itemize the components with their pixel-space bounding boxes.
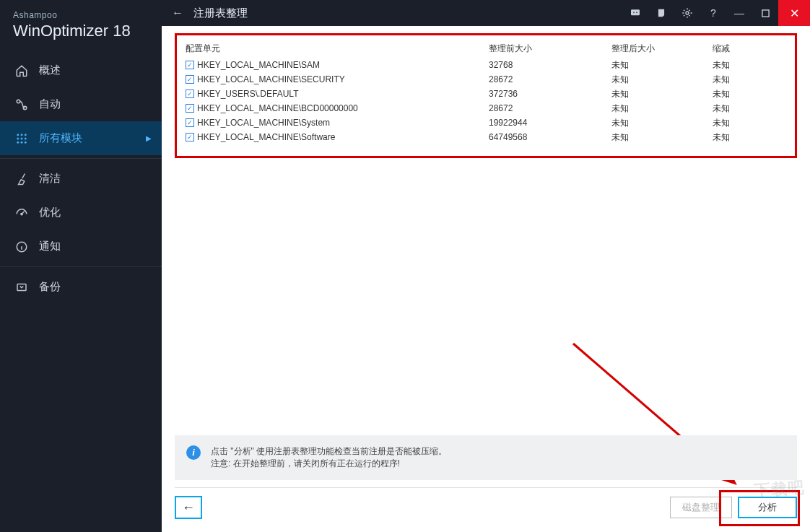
notes-icon[interactable]: [648, 0, 674, 26]
svg-rect-14: [631, 9, 640, 15]
sidebar: Ashampoo WinOptimizer 18 概述 自动 所有模块 ▶: [0, 0, 162, 532]
analyze-button[interactable]: 分析: [738, 497, 797, 518]
info-text: 点击 "分析" 使用注册表整理功能检查当前注册是否能被压缩。 注意: 在开始整理…: [211, 445, 447, 470]
feedback-icon[interactable]: [622, 0, 648, 26]
main-area: ← 注册表整理 ? — ✕ 配置单元 整理前大小 整理后大小 缩减 ✓HKEY_…: [162, 0, 810, 532]
col-header-hive: 配置单元: [183, 40, 486, 58]
svg-point-11: [21, 213, 22, 214]
sidebar-item-overview[interactable]: 概述: [0, 53, 162, 87]
svg-point-10: [25, 141, 27, 143]
help-icon[interactable]: ?: [700, 0, 726, 26]
table-row[interactable]: ✓HKEY_LOCAL_MACHINE\Software: [183, 130, 486, 144]
sidebar-item-label: 备份: [39, 280, 61, 294]
auto-icon: [14, 98, 29, 111]
svg-point-17: [686, 12, 689, 14]
sidebar-item-notify[interactable]: 通知: [0, 230, 162, 263]
chevron-right-icon: ▶: [146, 134, 152, 142]
table-row[interactable]: ✓HKEY_LOCAL_MACHINE\BCD00000000: [183, 101, 486, 115]
col-header-after: 整理后大小: [609, 40, 710, 58]
svg-point-3: [21, 134, 23, 136]
svg-point-6: [21, 137, 23, 139]
sidebar-item-label: 所有模块: [39, 131, 82, 145]
info-circle-icon: i: [186, 445, 201, 460]
sidebar-nav: 概述 自动 所有模块 ▶ 清洁 优化 通知: [0, 53, 162, 304]
brand-label: Ashampoo: [13, 10, 149, 20]
checkbox-icon[interactable]: ✓: [186, 75, 194, 84]
table-row[interactable]: ✓HKEY_LOCAL_MACHINE\SECURITY: [183, 72, 486, 87]
settings-icon[interactable]: [674, 0, 700, 26]
svg-point-9: [21, 141, 23, 143]
registry-table: 配置单元 整理前大小 整理后大小 缩减 ✓HKEY_LOCAL_MACHINE\…: [183, 40, 789, 144]
annotation-highlight-box: 配置单元 整理前大小 整理后大小 缩减 ✓HKEY_LOCAL_MACHINE\…: [175, 33, 797, 158]
table-row[interactable]: ✓HKEY_LOCAL_MACHINE\SAM: [183, 58, 486, 72]
svg-point-8: [17, 141, 19, 143]
checkbox-icon[interactable]: ✓: [186, 133, 194, 141]
sidebar-item-auto[interactable]: 自动: [0, 87, 162, 121]
sidebar-item-all-modules[interactable]: 所有模块 ▶: [0, 121, 162, 155]
grid-icon: [14, 132, 29, 145]
svg-point-0: [17, 100, 20, 103]
defrag-button[interactable]: 磁盘整理: [670, 497, 732, 518]
page-title: 注册表整理: [193, 6, 248, 20]
back-button[interactable]: ←: [175, 496, 202, 519]
nav-divider: [0, 266, 162, 267]
table-row[interactable]: ✓HKEY_LOCAL_MACHINE\System: [183, 115, 486, 130]
sidebar-item-label: 自动: [39, 97, 61, 111]
svg-point-15: [633, 12, 635, 14]
col-header-reduce: 缩减: [710, 40, 775, 58]
product-label: WinOptimizer 18: [13, 22, 149, 40]
sidebar-item-label: 清洁: [39, 172, 61, 186]
info-bar: i 点击 "分析" 使用注册表整理功能检查当前注册是否能被压缩。 注意: 在开始…: [175, 435, 797, 480]
sidebar-item-clean[interactable]: 清洁: [0, 162, 162, 196]
checkbox-icon[interactable]: ✓: [186, 61, 194, 69]
checkbox-icon[interactable]: ✓: [186, 118, 194, 127]
divider: [175, 487, 797, 488]
sidebar-item-optimize[interactable]: 优化: [0, 196, 162, 230]
bottom-bar: ← 磁盘整理 分析: [175, 493, 797, 522]
broom-icon: [14, 173, 29, 186]
col-header-before: 整理前大小: [486, 40, 609, 58]
svg-point-16: [636, 12, 637, 14]
sidebar-item-label: 通知: [39, 240, 61, 253]
svg-point-7: [25, 137, 27, 139]
home-icon: [14, 64, 29, 77]
logo-block: Ashampoo WinOptimizer 18: [0, 0, 162, 53]
gauge-icon: [14, 206, 29, 219]
svg-point-4: [25, 134, 27, 136]
maximize-button[interactable]: [752, 0, 778, 26]
svg-point-5: [17, 137, 19, 139]
checkbox-icon[interactable]: ✓: [186, 90, 194, 98]
nav-divider: [0, 158, 162, 159]
backup-icon: [14, 281, 29, 294]
titlebar-back-button[interactable]: ←: [169, 4, 186, 22]
info-icon: [14, 240, 29, 253]
table-row[interactable]: ✓HKEY_USERS\.DEFAULT: [183, 87, 486, 101]
svg-rect-18: [762, 9, 768, 16]
svg-point-2: [17, 134, 19, 136]
close-button[interactable]: ✕: [778, 0, 810, 26]
checkbox-icon[interactable]: ✓: [186, 104, 194, 113]
sidebar-item-label: 概述: [39, 64, 61, 77]
content-area: 配置单元 整理前大小 整理后大小 缩减 ✓HKEY_LOCAL_MACHINE\…: [162, 26, 810, 532]
sidebar-item-backup[interactable]: 备份: [0, 270, 162, 304]
minimize-button[interactable]: —: [726, 0, 752, 26]
titlebar: ← 注册表整理 ? — ✕: [162, 0, 810, 26]
sidebar-item-label: 优化: [39, 206, 61, 219]
